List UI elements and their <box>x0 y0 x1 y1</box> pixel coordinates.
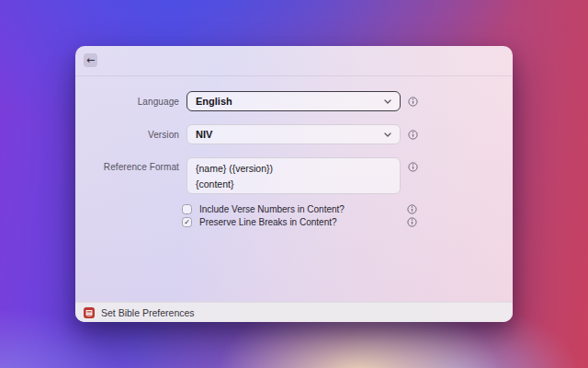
info-icon[interactable] <box>407 217 417 227</box>
back-arrow-icon: ← <box>86 55 95 65</box>
language-dropdown[interactable]: English <box>187 91 401 111</box>
back-button[interactable]: ← <box>84 53 97 67</box>
command-title: Set Bible Preferences <box>101 307 195 318</box>
verse-numbers-label[interactable]: Include Verse Numbers in Content? <box>199 204 345 214</box>
reference-format-info-cell <box>408 157 513 172</box>
desktop-background: { "window": { "back_glyph": "←" }, "form… <box>0 0 588 368</box>
bible-book-icon <box>84 307 95 318</box>
textarea-line: {name} ({version}) <box>196 161 391 177</box>
version-dropdown[interactable]: NIV <box>187 124 401 144</box>
info-icon[interactable] <box>408 130 418 140</box>
preferences-window: ← Language English Version NIV <box>75 46 513 322</box>
preferences-form: Language English Version NIV <box>75 76 513 228</box>
window-header: ← <box>75 46 513 76</box>
checkbox-row-line-breaks: ✓ Preserve Line Breaks in Content? <box>182 216 513 228</box>
line-breaks-label[interactable]: Preserve Line Breaks in Content? <box>199 217 337 227</box>
reference-format-textarea[interactable]: {name} ({version}) {content} <box>187 157 401 194</box>
verse-numbers-checkbox-group[interactable]: Include Verse Numbers in Content? <box>182 204 407 214</box>
info-icon[interactable] <box>408 162 418 172</box>
window-footer: Set Bible Preferences <box>75 302 513 322</box>
language-dropdown-value: English <box>196 96 232 107</box>
line-breaks-info-cell <box>407 217 513 227</box>
chevron-down-icon <box>384 132 391 137</box>
info-icon[interactable] <box>407 204 417 214</box>
textarea-line: {content} <box>196 177 391 192</box>
reference-format-label: Reference Format <box>75 157 179 172</box>
version-info-cell <box>408 130 513 140</box>
version-dropdown-value: NIV <box>196 129 212 140</box>
verse-numbers-checkbox[interactable] <box>182 204 192 214</box>
checkbox-row-verse-numbers: Include Verse Numbers in Content? <box>182 203 513 215</box>
info-icon[interactable] <box>408 97 418 107</box>
chevron-down-icon <box>384 99 391 104</box>
line-breaks-checkbox[interactable]: ✓ <box>182 217 192 227</box>
verse-numbers-info-cell <box>407 204 513 214</box>
line-breaks-checkbox-group[interactable]: ✓ Preserve Line Breaks in Content? <box>182 217 407 227</box>
version-label: Version <box>75 130 179 140</box>
field-row-version: Version NIV <box>75 124 513 144</box>
language-info-cell <box>408 97 513 107</box>
language-label: Language <box>75 97 179 107</box>
field-row-language: Language English <box>75 91 513 111</box>
field-row-reference-format: Reference Format {name} ({version}) {con… <box>75 157 513 194</box>
